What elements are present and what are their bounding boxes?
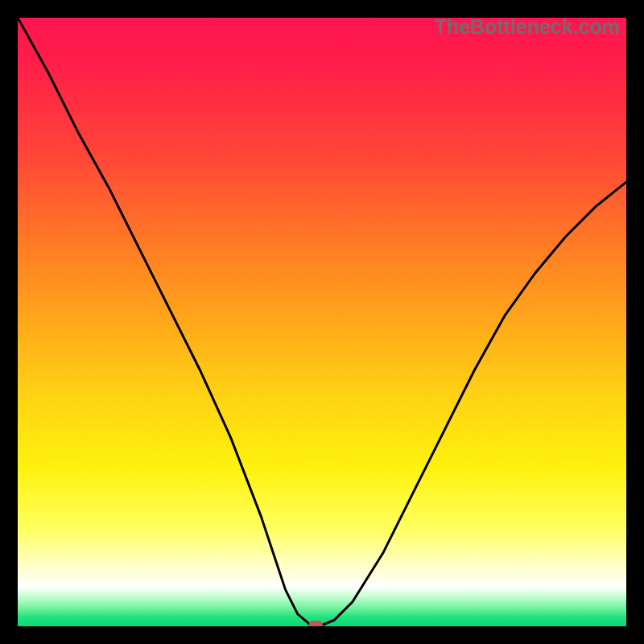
curve-svg <box>18 18 626 626</box>
chart-frame: TheBottleneck.com <box>0 0 644 644</box>
plot-area: TheBottleneck.com <box>18 18 626 626</box>
optimum-marker <box>309 621 323 626</box>
bottleneck-curve-path <box>18 18 626 625</box>
